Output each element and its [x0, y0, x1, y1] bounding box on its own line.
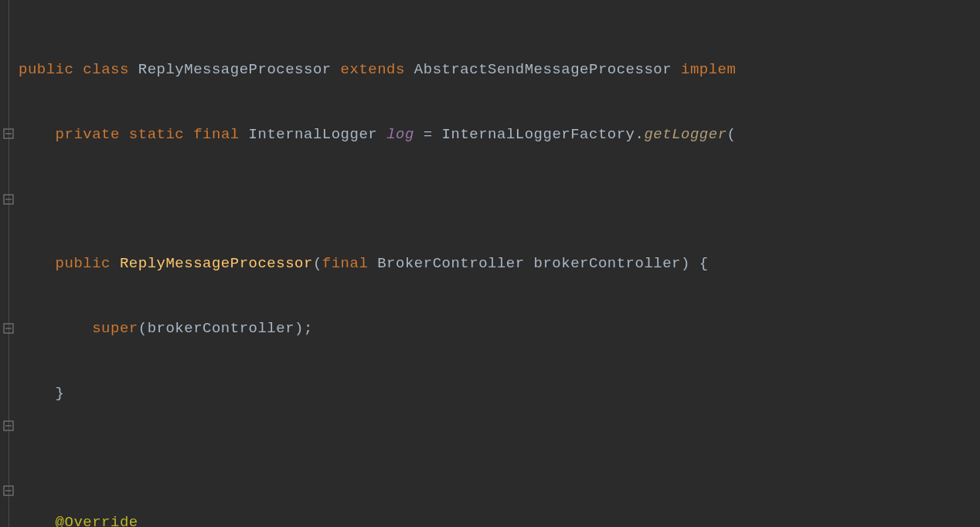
param-name: brokerController [534, 255, 681, 272]
fold-marker-icon[interactable] [3, 485, 14, 496]
code-line: private static final InternalLogger log … [19, 119, 980, 151]
keyword: super [92, 320, 138, 337]
keyword: public [56, 255, 111, 272]
code-line: public ReplyMessageProcessor(final Broke… [19, 248, 980, 280]
operator: = [424, 126, 433, 143]
constructor-name: ReplyMessageProcessor [120, 255, 313, 272]
code-line: } [19, 378, 980, 410]
code-line [19, 443, 980, 475]
type-ref: InternalLoggerFactory [442, 126, 635, 143]
paren: ) [681, 255, 690, 272]
keyword: final [322, 255, 369, 272]
brace: } [56, 385, 65, 402]
keyword: extends [341, 61, 405, 78]
keyword: public [19, 61, 73, 78]
paren: ( [138, 320, 148, 337]
code-line: @Override [19, 507, 980, 527]
keyword: final [193, 126, 240, 143]
class-name: ReplyMessageProcessor [138, 61, 332, 78]
fold-marker-icon[interactable] [3, 323, 14, 334]
code-line [19, 183, 980, 216]
keyword: implem [681, 61, 736, 78]
code-line: super(brokerController); [19, 313, 980, 345]
paren: ( [313, 255, 322, 272]
gutter-indent-line [9, 0, 9, 527]
fold-marker-icon[interactable] [3, 420, 14, 431]
dot: . [635, 126, 645, 143]
paren: ( [727, 126, 737, 143]
identifier: brokerController [148, 320, 294, 337]
method-call: getLogger [644, 126, 726, 143]
keyword: static [129, 126, 184, 143]
type-ref: AbstractSendMessageProcessor [414, 61, 672, 78]
fold-marker-icon[interactable] [3, 194, 14, 205]
code-editor-content[interactable]: public class ReplyMessageProcessor exten… [19, 0, 980, 527]
keyword: private [56, 126, 120, 143]
type-ref: InternalLogger [249, 126, 378, 143]
paren: ) [294, 320, 304, 337]
keyword: class [83, 61, 129, 78]
field-name: log [386, 126, 414, 143]
brace: { [699, 255, 709, 272]
annotation: @Override [56, 514, 138, 527]
type-ref: BrokerController [377, 255, 524, 272]
code-line: public class ReplyMessageProcessor exten… [19, 54, 980, 87]
semicolon: ; [304, 320, 313, 337]
fold-marker-icon[interactable] [3, 128, 14, 139]
editor-gutter [0, 0, 19, 527]
